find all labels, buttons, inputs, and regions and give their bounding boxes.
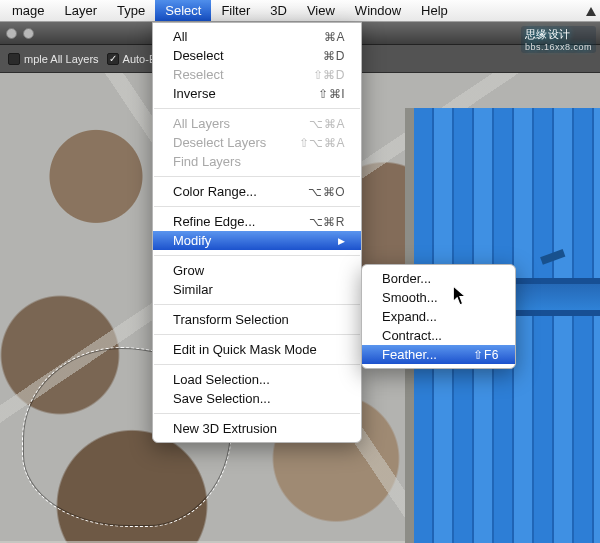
menu-item-label: Modify bbox=[173, 233, 211, 248]
menu-item-label: Similar bbox=[173, 282, 213, 297]
select-menu-item-transform-selection[interactable]: Transform Selection bbox=[153, 310, 361, 329]
menu-item-shortcut: ⌥⌘R bbox=[309, 215, 345, 229]
menu-item-label: Deselect bbox=[173, 48, 224, 63]
menu-item-label: Refine Edge... bbox=[173, 214, 255, 229]
menubar-status-area bbox=[582, 0, 596, 22]
menu-item-label: Expand... bbox=[382, 309, 437, 324]
select-menu-separator bbox=[154, 176, 360, 177]
menubar-item-type[interactable]: Type bbox=[107, 0, 155, 21]
menu-item-shortcut: ⇧⌘D bbox=[313, 68, 345, 82]
menubar-item-select[interactable]: Select bbox=[155, 0, 211, 21]
select-menu-item-modify[interactable]: Modify bbox=[153, 231, 361, 250]
menu-item-label: Border... bbox=[382, 271, 431, 286]
menu-item-label: Inverse bbox=[173, 86, 216, 101]
select-menu-item-deselect-layers: Deselect Layers⇧⌥⌘A bbox=[153, 133, 361, 152]
select-menu-separator bbox=[154, 206, 360, 207]
select-menu-separator bbox=[154, 413, 360, 414]
menu-item-label: Color Range... bbox=[173, 184, 257, 199]
traffic-min-icon[interactable] bbox=[23, 28, 34, 39]
select-menu-separator bbox=[154, 255, 360, 256]
menu-item-shortcut: ⌥⌘O bbox=[308, 185, 345, 199]
select-menu-separator bbox=[154, 304, 360, 305]
select-menu-item-all[interactable]: All⌘A bbox=[153, 27, 361, 46]
watermark: 思缘设计 bbs.16xx8.com bbox=[521, 26, 596, 53]
menu-item-label: Deselect Layers bbox=[173, 135, 266, 150]
select-menu-item-grow[interactable]: Grow bbox=[153, 261, 361, 280]
traffic-close-icon[interactable] bbox=[6, 28, 17, 39]
menubar-item-layer[interactable]: Layer bbox=[55, 0, 108, 21]
menu-item-label: Find Layers bbox=[173, 154, 241, 169]
menubar-item-filter[interactable]: Filter bbox=[211, 0, 260, 21]
select-menu-item-reselect: Reselect⇧⌘D bbox=[153, 65, 361, 84]
menubar-item-help[interactable]: Help bbox=[411, 0, 458, 21]
menu-item-label: Reselect bbox=[173, 67, 224, 82]
menu-item-shortcut: ⌥⌘A bbox=[309, 117, 345, 131]
menu-item-shortcut: ⇧F6 bbox=[473, 348, 499, 362]
select-menu-item-new-3d-extrusion[interactable]: New 3D Extrusion bbox=[153, 419, 361, 438]
menubar-item-view[interactable]: View bbox=[297, 0, 345, 21]
select-menu: All⌘ADeselect⌘DReselect⇧⌘DInverse⇧⌘IAll … bbox=[152, 22, 362, 443]
modify-menu-item-smooth[interactable]: Smooth... bbox=[362, 288, 515, 307]
menu-item-label: Smooth... bbox=[382, 290, 438, 305]
modify-menu-item-contract[interactable]: Contract... bbox=[362, 326, 515, 345]
select-menu-item-similar[interactable]: Similar bbox=[153, 280, 361, 299]
select-menu-item-edit-in-quick-mask-mode[interactable]: Edit in Quick Mask Mode bbox=[153, 340, 361, 359]
select-menu-item-inverse[interactable]: Inverse⇧⌘I bbox=[153, 84, 361, 103]
select-menu-separator bbox=[154, 334, 360, 335]
watermark-line2: bbs.16xx8.com bbox=[525, 42, 592, 52]
select-menu-item-load-selection[interactable]: Load Selection... bbox=[153, 370, 361, 389]
modify-menu-item-border[interactable]: Border... bbox=[362, 269, 515, 288]
menu-item-label: New 3D Extrusion bbox=[173, 421, 277, 436]
modify-menu-item-feather[interactable]: Feather...⇧F6 bbox=[362, 345, 515, 364]
menu-item-label: Edit in Quick Mask Mode bbox=[173, 342, 317, 357]
menu-item-label: Feather... bbox=[382, 347, 437, 362]
mac-menubar: mage Layer Type Select Filter 3D View Wi… bbox=[0, 0, 600, 22]
menu-item-label: All bbox=[173, 29, 187, 44]
menu-item-shortcut: ⌘D bbox=[323, 49, 345, 63]
menu-item-label: Save Selection... bbox=[173, 391, 271, 406]
option-label: mple All Layers bbox=[24, 53, 99, 65]
modify-menu-item-expand[interactable]: Expand... bbox=[362, 307, 515, 326]
modify-submenu: Border...Smooth...Expand...Contract...Fe… bbox=[361, 264, 516, 369]
select-menu-item-color-range[interactable]: Color Range...⌥⌘O bbox=[153, 182, 361, 201]
menu-item-label: All Layers bbox=[173, 116, 230, 131]
google-drive-icon bbox=[586, 7, 596, 16]
checkbox-icon[interactable] bbox=[8, 53, 20, 65]
menu-item-label: Load Selection... bbox=[173, 372, 270, 387]
menu-item-shortcut: ⌘A bbox=[324, 30, 345, 44]
menu-item-label: Contract... bbox=[382, 328, 442, 343]
checkbox-icon[interactable]: ✓ bbox=[107, 53, 119, 65]
select-menu-item-all-layers: All Layers⌥⌘A bbox=[153, 114, 361, 133]
menu-item-label: Grow bbox=[173, 263, 204, 278]
menubar-item-window[interactable]: Window bbox=[345, 0, 411, 21]
menu-item-shortcut: ⇧⌥⌘A bbox=[299, 136, 345, 150]
menubar-item-3d[interactable]: 3D bbox=[260, 0, 297, 21]
select-menu-separator bbox=[154, 364, 360, 365]
menu-item-shortcut: ⇧⌘I bbox=[318, 87, 345, 101]
select-menu-item-deselect[interactable]: Deselect⌘D bbox=[153, 46, 361, 65]
select-menu-item-save-selection[interactable]: Save Selection... bbox=[153, 389, 361, 408]
select-menu-item-refine-edge[interactable]: Refine Edge...⌥⌘R bbox=[153, 212, 361, 231]
select-menu-item-find-layers: Find Layers bbox=[153, 152, 361, 171]
watermark-line1: 思缘设计 bbox=[525, 28, 571, 40]
select-menu-separator bbox=[154, 108, 360, 109]
option-sample-all-layers[interactable]: mple All Layers bbox=[8, 53, 99, 65]
menubar-item-image[interactable]: mage bbox=[2, 0, 55, 21]
menu-item-label: Transform Selection bbox=[173, 312, 289, 327]
